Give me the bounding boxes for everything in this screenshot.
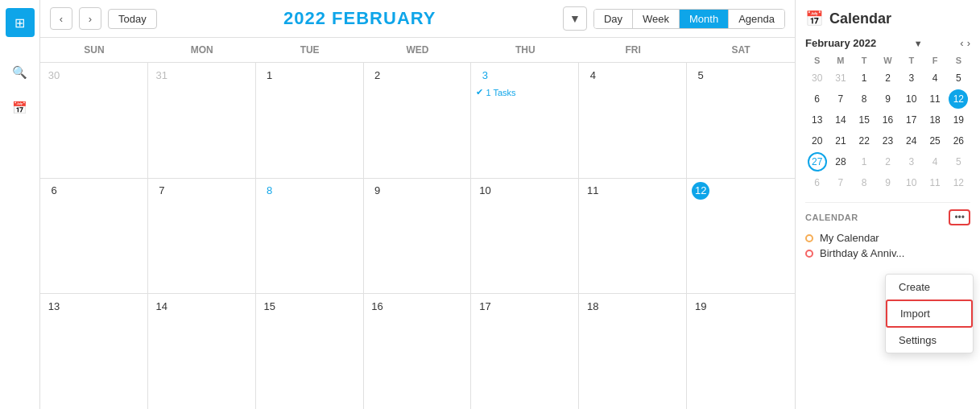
mini-day-27-selected[interactable]: 27: [808, 152, 827, 171]
cal-cell-2[interactable]: 2: [364, 63, 472, 178]
mini-next-button[interactable]: ›: [967, 37, 970, 49]
calendar-title: 2022 FEBRUARY: [163, 8, 556, 29]
mini-day-11-next[interactable]: 11: [925, 173, 945, 192]
mini-day-19[interactable]: 19: [949, 110, 968, 130]
day-header-mon: MON: [148, 41, 256, 59]
mini-day-24[interactable]: 24: [902, 131, 921, 151]
cal-cell-5[interactable]: 5: [687, 63, 795, 178]
cal-cell-31-prev[interactable]: 31: [148, 63, 256, 178]
view-month-button[interactable]: Month: [680, 10, 729, 28]
cal-cell-16[interactable]: 16: [364, 294, 472, 409]
cal-cell-6[interactable]: 6: [40, 179, 148, 294]
mini-day-3[interactable]: 3: [902, 68, 921, 88]
cal-cell-7[interactable]: 7: [148, 179, 256, 294]
mini-week-1: 6 7 8 9 10 11 12: [805, 89, 970, 109]
view-buttons: Day Week Month Agenda: [593, 9, 785, 29]
mini-day-12-today[interactable]: 12: [949, 89, 968, 109]
mini-day-14[interactable]: 14: [831, 110, 850, 130]
sidebar-item-home[interactable]: ⊞: [6, 8, 35, 37]
day-headers-row: SUN MON TUE WED THU FRI SAT: [40, 38, 795, 63]
dropdown-settings-button[interactable]: Settings: [886, 328, 973, 353]
mini-day-5[interactable]: 5: [949, 68, 968, 88]
mini-dow-f: F: [923, 56, 946, 65]
mini-day-1[interactable]: 1: [854, 68, 874, 88]
mini-day-28[interactable]: 28: [831, 152, 850, 171]
mini-day-5-next[interactable]: 5: [949, 152, 968, 171]
cal-cell-15[interactable]: 15: [256, 294, 364, 409]
mini-day-23[interactable]: 23: [878, 131, 897, 151]
cal-cell-1[interactable]: 1: [256, 63, 364, 178]
sidebar-item-calendar[interactable]: 📅: [6, 93, 35, 122]
mini-day-6-next[interactable]: 6: [808, 173, 827, 192]
my-calendar-dot: [805, 234, 813, 242]
cal-cell-10[interactable]: 10: [471, 179, 579, 294]
mini-day-22[interactable]: 22: [854, 131, 874, 151]
mini-day-8[interactable]: 8: [854, 89, 874, 109]
filter-button[interactable]: ▼: [563, 6, 587, 31]
mini-day-7-next[interactable]: 7: [831, 173, 850, 192]
dropdown-import-button[interactable]: Import: [886, 300, 973, 328]
mini-day-4-next[interactable]: 4: [925, 152, 945, 171]
cal-cell-3[interactable]: 3 ✔ 1 Tasks: [471, 63, 579, 178]
mini-day-26[interactable]: 26: [949, 131, 968, 151]
mini-day-20[interactable]: 20: [808, 131, 827, 151]
mini-week-3: 20 21 22 23 24 25 26: [805, 131, 970, 151]
mini-dow-s2: S: [947, 56, 970, 65]
mini-day-18[interactable]: 18: [925, 110, 945, 130]
home-icon: ⊞: [14, 15, 25, 31]
mini-day-2-next[interactable]: 2: [878, 152, 897, 171]
mini-day-8-next[interactable]: 8: [854, 173, 874, 192]
mini-day-31-prev[interactable]: 31: [831, 68, 850, 88]
mini-day-12-next[interactable]: 12: [949, 173, 968, 192]
cal-cell-30-prev[interactable]: 30: [40, 63, 148, 178]
dropdown-create-button[interactable]: Create: [886, 275, 973, 300]
mini-day-3-next[interactable]: 3: [902, 152, 921, 171]
mini-day-25[interactable]: 25: [925, 131, 945, 151]
mini-week-2: 13 14 15 16 17 18 19: [805, 110, 970, 130]
calendar-section: CALENDAR ••• My Calendar Birthday & Anni…: [805, 202, 970, 259]
cal-cell-9[interactable]: 9: [364, 179, 472, 294]
birthday-label: Birthday & Anniv...: [820, 247, 904, 259]
mini-day-9-next[interactable]: 9: [878, 173, 897, 192]
cal-cell-13[interactable]: 13: [40, 294, 148, 409]
mini-day-1-next[interactable]: 1: [854, 152, 874, 171]
cal-cell-18[interactable]: 18: [579, 294, 687, 409]
mini-day-9[interactable]: 9: [878, 89, 897, 109]
mini-day-15[interactable]: 15: [854, 110, 874, 130]
mini-day-17[interactable]: 17: [902, 110, 921, 130]
cal-cell-17[interactable]: 17: [471, 294, 579, 409]
next-button[interactable]: ›: [79, 7, 101, 30]
mini-day-16[interactable]: 16: [878, 110, 897, 130]
view-agenda-button[interactable]: Agenda: [729, 10, 784, 28]
right-panel: 📅 Calendar February 2022 ▼ ‹ › S M T W T…: [795, 0, 980, 409]
mini-month-label: February 2022: [805, 37, 876, 49]
mini-day-6[interactable]: 6: [808, 89, 827, 109]
mini-day-10[interactable]: 10: [902, 89, 921, 109]
mini-day-10-next[interactable]: 10: [902, 173, 921, 192]
mini-day-2[interactable]: 2: [878, 68, 897, 88]
cal-cell-19[interactable]: 19: [687, 294, 795, 409]
view-week-button[interactable]: Week: [633, 10, 680, 28]
mini-dow-row: S M T W T F S: [805, 56, 970, 65]
cal-cell-11[interactable]: 11: [579, 179, 687, 294]
mini-prev-button[interactable]: ‹: [960, 37, 963, 49]
mini-day-4[interactable]: 4: [925, 68, 945, 88]
cal-cell-4[interactable]: 4: [579, 63, 687, 178]
mini-day-30-prev[interactable]: 30: [808, 68, 827, 88]
prev-button[interactable]: ‹: [50, 7, 72, 30]
day-header-sat: SAT: [687, 41, 795, 59]
cal-cell-8[interactable]: 8: [256, 179, 364, 294]
view-day-button[interactable]: Day: [594, 10, 633, 28]
cal-cell-12-today[interactable]: 12: [687, 179, 795, 294]
mini-day-7[interactable]: 7: [831, 89, 850, 109]
mini-cal-dropdown-icon: ▼: [914, 39, 923, 48]
main-calendar-area: ‹ › Today 2022 FEBRUARY ▼ Day Week Month…: [40, 0, 795, 409]
mini-day-21[interactable]: 21: [831, 131, 850, 151]
cal-cell-14[interactable]: 14: [148, 294, 256, 409]
more-options-button[interactable]: •••: [949, 209, 970, 225]
today-button[interactable]: Today: [108, 9, 157, 29]
mini-day-13[interactable]: 13: [808, 110, 827, 130]
birthday-calendar-item: Birthday & Anniv...: [805, 247, 970, 259]
mini-day-11[interactable]: 11: [925, 89, 945, 109]
sidebar-item-search[interactable]: 🔍: [6, 58, 35, 87]
